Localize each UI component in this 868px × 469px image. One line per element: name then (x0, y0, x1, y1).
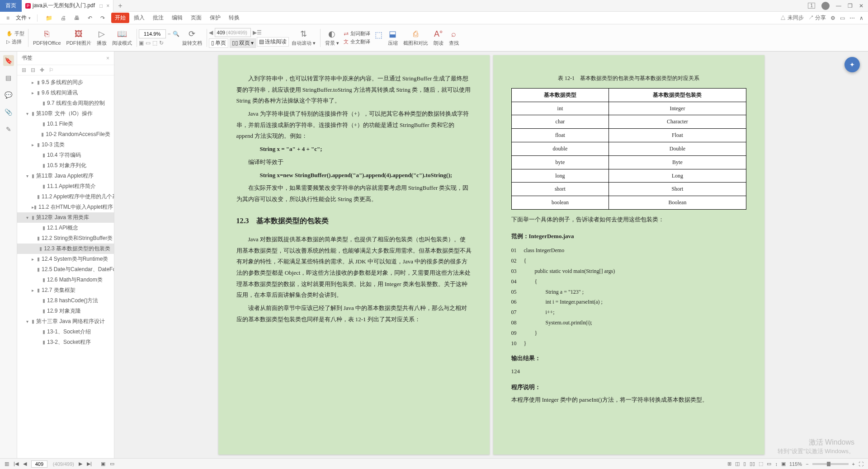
next-page-icon[interactable]: ▶ (253, 29, 257, 36)
new-tab-button[interactable]: + (113, 2, 127, 10)
close-tab-icon[interactable]: × (106, 3, 109, 9)
minimize-icon[interactable]: — (836, 3, 841, 9)
prev-page-icon[interactable]: ◀ (209, 29, 213, 36)
bookmark-node[interactable]: ▸▮11.2 在HTML中嵌入Applet程序 (17, 202, 114, 212)
compress-button[interactable]: ⬓压缩 (385, 29, 401, 47)
home-tab[interactable]: 首页 (0, 0, 22, 12)
settings-icon[interactable]: ⚙ (830, 15, 835, 21)
bookmark-node[interactable]: ▾▮第11章 Java Applet程序 (17, 171, 114, 181)
zoom-slider[interactable] (812, 463, 849, 465)
view-icon[interactable]: ▣ (101, 461, 105, 467)
signature-icon[interactable]: ✎ (3, 124, 14, 135)
zoom-input[interactable] (139, 29, 166, 38)
rotate-button[interactable]: ⟳旋转文档 (179, 29, 205, 47)
redo-icon[interactable]: ↷ (99, 14, 107, 22)
fit-page-icon[interactable]: ▣ (139, 40, 144, 46)
pdf-to-office-button[interactable]: ⎘PDF转Office (30, 29, 64, 47)
find-button[interactable]: ⌕查找 (446, 29, 462, 47)
bookmark-node[interactable]: ▸▮10-3 流类 (17, 140, 114, 150)
bookmark-node[interactable]: ▮11.1 Applet程序简介 (17, 181, 114, 192)
bookmark-node[interactable]: ▮12.3 基本数据类型的包装类 (17, 244, 114, 254)
zoom-in-icon[interactable]: 🔍 (173, 31, 179, 37)
layout-icon[interactable]: ↕ (775, 461, 778, 467)
zoom-out-icon[interactable]: − (806, 461, 808, 467)
bookmark-node[interactable]: ▮12.1 API概念 (17, 223, 114, 233)
bookmark-node[interactable]: ▮13-2、Socket程序 (17, 337, 114, 347)
ocr-button[interactable]: ⬚_ (372, 30, 385, 46)
user-avatar[interactable] (821, 2, 830, 10)
close-panel-icon[interactable]: × (106, 55, 109, 61)
bookmark-node[interactable]: ▮13-1、Socket介绍 (17, 327, 114, 337)
expand-all-icon[interactable]: ⊞ (22, 67, 26, 73)
bookmark-node[interactable]: ▮12.6 Math与Random类 (17, 275, 114, 285)
bookmark-options-icon[interactable]: ⚐ (49, 67, 54, 73)
bookmark-node[interactable]: ▮11.2 Applet程序中使用的几个基本方法 (17, 192, 114, 202)
word-translate-button[interactable]: ⮂划词翻译 (344, 30, 370, 37)
thumbnail-icon[interactable]: ▤ (3, 72, 14, 83)
menu-转换[interactable]: 转换 (225, 13, 243, 23)
sync-status[interactable]: △ 未同步 (780, 14, 803, 22)
bookmark-node[interactable]: ▾▮第十三章 Java 网络程序设计 (17, 316, 114, 327)
menu-编辑[interactable]: 编辑 (168, 13, 186, 23)
window-mode-icon[interactable]: ▭ (840, 15, 845, 21)
single-page-button[interactable]: ▯ 单页 (209, 38, 228, 48)
bookmark-node[interactable]: ▮9.7 线程生命周期的控制 (17, 98, 114, 108)
attachment-icon[interactable]: 📎 (3, 107, 14, 117)
background-button[interactable]: ◐背景 ▾ (322, 29, 342, 47)
bookmark-node[interactable]: ▸▮9.5 多线程的同步 (17, 77, 114, 88)
bookmark-node[interactable]: ▮12.5 Date与Calendar、DateFormat类 (17, 264, 114, 275)
read-mode-button[interactable]: 📖阅读模式 (109, 29, 135, 47)
bookmark-node[interactable]: ▮12.9 对象克隆 (17, 306, 114, 316)
bookmark-icon[interactable]: 🔖 (3, 55, 14, 66)
layout-icon[interactable]: ⬚ (759, 461, 763, 467)
fullscreen-icon[interactable]: ⛶ (859, 461, 863, 467)
view-icon[interactable]: ▭ (110, 461, 114, 467)
comment-icon[interactable]: 💬 (3, 89, 14, 100)
close-window-icon[interactable]: ✕ (859, 3, 863, 9)
collapse-all-icon[interactable]: ⊟ (31, 67, 35, 73)
bookmark-node[interactable]: ▸▮9.6 线程间通讯 (17, 88, 114, 98)
autoscroll-button[interactable]: ⇅自动滚动 ▾ (289, 29, 318, 47)
actual-size-icon[interactable]: ⬚ (152, 40, 157, 46)
layout-icon[interactable]: ▣ (781, 461, 786, 467)
next-page-icon[interactable]: ▶ (79, 461, 82, 467)
zoom-in-icon[interactable]: + (852, 461, 855, 467)
view-mode-icon[interactable]: ☰ (257, 29, 262, 36)
bookmark-node[interactable]: ▮12.2 String类和StringBuffer类 (17, 233, 114, 244)
bookmark-node[interactable]: ▮10.1 File类 (17, 119, 114, 129)
layout-icon[interactable]: ◫ (735, 461, 740, 467)
select-tool[interactable]: ▷选择 (6, 38, 24, 45)
float-action-button[interactable]: ✦ (844, 57, 860, 72)
tab-count-icon[interactable]: 1 (808, 3, 815, 9)
menu-批注[interactable]: 批注 (149, 13, 167, 23)
undo-icon[interactable]: ↶ (86, 14, 94, 22)
layout-icon[interactable]: ▯▯ (750, 461, 755, 467)
zoom-out-icon[interactable]: − (168, 31, 171, 37)
bookmark-node[interactable]: ▮12.8 hashCode()方法 (17, 295, 114, 306)
status-page-input[interactable] (31, 460, 47, 468)
pin-tab-icon[interactable]: □ (99, 3, 103, 9)
document-tab[interactable]: P java从一无所知到入门.pdf □ × (22, 0, 113, 12)
bookmark-node[interactable]: ▾▮第12章 Java 常用类库 (17, 212, 114, 223)
open-icon[interactable]: 📁 (44, 14, 54, 22)
layout-icon[interactable]: ⊞ (727, 461, 731, 467)
print-icon[interactable]: 🖶 (72, 14, 81, 22)
continuous-button[interactable]: ▤ 连续阅读 (257, 37, 289, 47)
reflow-icon[interactable]: ↻ (159, 40, 164, 46)
hamburger-icon[interactable]: ≡ (5, 14, 11, 22)
menu-开始[interactable]: 开始 (111, 13, 129, 23)
bookmark-node[interactable]: ▮10-2 RandomAccessFile类 (17, 129, 114, 140)
prev-page-icon[interactable]: ◀ (23, 461, 27, 467)
more-icon[interactable]: ⋯ (849, 15, 855, 21)
play-button[interactable]: ▷播放 (94, 29, 109, 47)
hand-tool[interactable]: ✋手型 (6, 30, 24, 37)
fit-width-icon[interactable]: ▭ (146, 40, 151, 46)
file-menu[interactable]: 文件▾ (16, 14, 31, 22)
collapse-ribbon-icon[interactable]: ∧ (859, 15, 863, 21)
layout-icon[interactable]: ▯ (743, 461, 746, 467)
last-page-icon[interactable]: ▶| (87, 461, 92, 467)
screenshot-button[interactable]: ⎙截图和对比 (401, 29, 431, 47)
menu-页面[interactable]: 页面 (187, 13, 205, 23)
pdf-to-image-button[interactable]: 🖼PDF转图片 (64, 29, 94, 47)
share-button[interactable]: ↗ 分享 (808, 14, 826, 22)
